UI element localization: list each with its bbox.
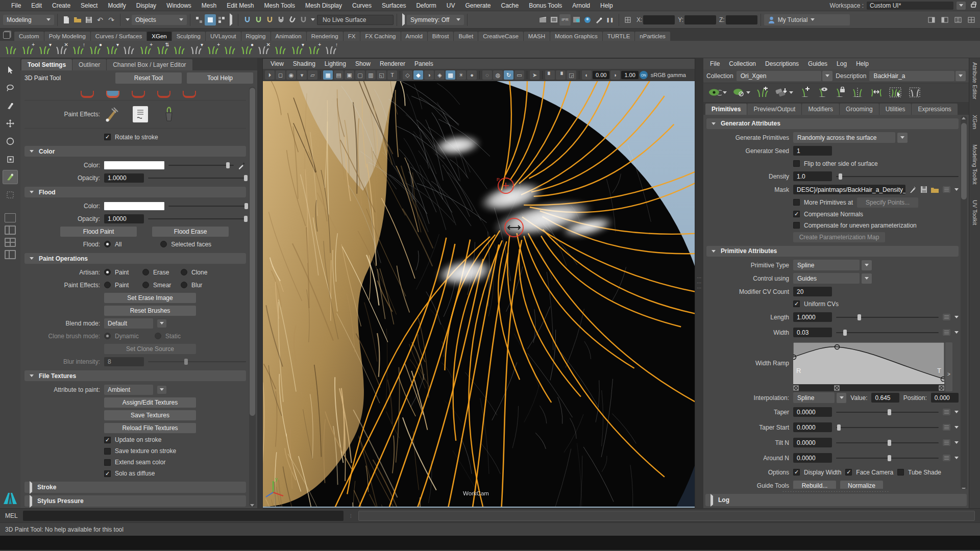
open-scene-icon[interactable] [72, 14, 83, 26]
xgen-shelf-icon-20[interactable]: ↑ [324, 43, 337, 56]
selection-mask-arrow[interactable] [126, 18, 130, 21]
lasso-tool-icon[interactable] [3, 81, 17, 94]
dock-tab-attribute-editor[interactable]: Attribute Editor [972, 62, 978, 99]
pe-paint-radio[interactable] [104, 282, 111, 288]
shelf-tab-creativecase[interactable]: CreativeCase [478, 32, 523, 41]
viewport-menu-panels[interactable]: Panels [410, 60, 438, 67]
ipr-render-icon[interactable]: IPR [559, 14, 571, 26]
color-opacity-input[interactable]: 1.0000 [104, 173, 144, 183]
xgen-menu-descriptions[interactable]: Descriptions [761, 60, 803, 67]
dock-tab-xgen[interactable]: XGen [972, 115, 978, 129]
menu-edit-mesh[interactable]: Edit Mesh [222, 2, 259, 9]
shelf-tab-nparticles[interactable]: nParticles [635, 32, 670, 41]
attribute-to-paint-arrow[interactable] [157, 386, 166, 394]
preview-clear-icon[interactable] [733, 88, 750, 96]
generate-primitives-select[interactable]: Randomly across the surface [793, 132, 895, 143]
solo-as-diffuse-checkbox[interactable]: ✓ [104, 470, 111, 477]
width-options-arrow[interactable] [954, 331, 959, 334]
control-using-select[interactable]: Guides [793, 273, 860, 284]
xgen-shelf-icon-10[interactable]: ⇅ [156, 43, 169, 56]
snap-view-plane-icon[interactable] [286, 14, 298, 26]
xgen-scrollbar[interactable] [961, 116, 967, 489]
paint-effects-panel-icon[interactable] [593, 14, 604, 26]
tab-preview-output[interactable]: Preview/Output [747, 104, 801, 115]
flood-paint-button[interactable]: Flood Paint [60, 227, 137, 237]
exposure-value[interactable]: 0.00 [593, 71, 609, 79]
xgen-shelf-icon-16[interactable]: ✕ [257, 43, 270, 56]
primitive-attributes-header[interactable]: Primitive Attributes [706, 246, 959, 257]
flood-section-header[interactable]: Flood [24, 187, 246, 197]
shelf-tab-turtle[interactable]: TURTLE [603, 32, 635, 41]
absolute-transform-icon[interactable] [622, 14, 633, 26]
xgen-menu-file[interactable]: File [705, 60, 724, 67]
xgen-shelf-icon-9[interactable]: + [139, 43, 152, 56]
add-guide-icon[interactable] [799, 87, 811, 98]
textured-icon[interactable]: ◑ [424, 70, 434, 80]
wireframe-on-shaded-icon[interactable]: ▩ [446, 70, 455, 80]
select-camera-icon[interactable]: ⏵ [265, 70, 275, 80]
current-tool-3d-paint-icon[interactable] [3, 170, 17, 184]
make-live-icon[interactable] [298, 14, 309, 26]
log-section-collapsed[interactable]: Log [705, 494, 967, 506]
shelf-tab-motion-graphics[interactable]: Motion Graphics [550, 32, 602, 41]
compensate-uneven-checkbox[interactable] [793, 222, 800, 229]
gate-mask-icon[interactable]: ▢ [355, 70, 365, 80]
panel-tearoff-icon[interactable]: ◲ [567, 70, 576, 80]
layout-two-pane-button[interactable] [5, 226, 16, 235]
xgen-shelf-icon-4[interactable]: ✕ [55, 43, 68, 56]
xgen-shelf-icon-14[interactable] [223, 43, 236, 56]
menu-set-select[interactable]: Modeling [3, 15, 54, 25]
mask-paint-icon[interactable] [910, 186, 917, 193]
tool-settings-scrollbar[interactable] [249, 87, 256, 507]
move-tool-icon[interactable] [3, 117, 17, 130]
xgen-shelf-icon-13[interactable]: + [206, 43, 219, 56]
around-n-slider[interactable] [836, 455, 939, 462]
collection-arrow[interactable] [822, 71, 832, 81]
shadows-icon[interactable]: ● [467, 70, 477, 80]
xgen-shelf-icon-7[interactable]: ▾ [105, 43, 118, 56]
xgen-shelf-icon-11[interactable] [173, 43, 186, 56]
save-textures-button[interactable]: Save Textures [104, 410, 196, 420]
convert-selection-icon[interactable] [909, 87, 921, 98]
select-tool-icon[interactable] [3, 63, 17, 77]
menu-help[interactable]: Help [595, 2, 618, 9]
shelf-menu-icon[interactable] [3, 32, 10, 39]
menu-deform[interactable]: Deform [411, 2, 441, 9]
length-expression-icon[interactable] [943, 314, 950, 320]
hypershade-icon[interactable] [582, 14, 593, 26]
tab-outliner[interactable]: Outliner [72, 59, 106, 70]
around-n-expression-icon[interactable] [943, 455, 950, 461]
pause-viewport-icon[interactable]: ❚❚ [604, 14, 616, 26]
pe-brush-icon[interactable] [104, 106, 119, 122]
uniform-cvs-checkbox[interactable]: ✓ [793, 300, 800, 307]
select-guides-icon[interactable] [889, 87, 902, 98]
shelf-tab-rendering[interactable]: Rendering [307, 32, 343, 41]
pe-magic-bucket-icon[interactable] [161, 106, 177, 122]
file-textures-header[interactable]: File Textures [24, 370, 246, 381]
mask-options-arrow[interactable] [954, 188, 959, 191]
viewport-menu-view[interactable]: View [266, 60, 288, 67]
pe-preset-icon[interactable] [133, 106, 148, 122]
xray-icon[interactable]: ◌ [482, 70, 492, 80]
ramp-position-input[interactable]: 0.000 [931, 393, 959, 403]
redo-icon[interactable]: ↷ [106, 14, 117, 26]
shelf-tab-poly-modeling[interactable]: Poly Modeling [44, 32, 90, 41]
dock-tab-uv-toolkit[interactable]: UV Toolkit [972, 200, 978, 225]
shelf-tab-bifrost[interactable]: Bifrost [428, 32, 454, 41]
tilt-n-options-arrow[interactable] [954, 441, 959, 444]
control-using-arrow[interactable] [862, 273, 872, 284]
menu-windows[interactable]: Windows [161, 2, 197, 9]
tube-shade-checkbox[interactable] [897, 469, 904, 475]
render-view-icon[interactable] [537, 14, 548, 26]
xgen-shelf-icon-6[interactable]: ● [88, 43, 102, 56]
lock-camera-icon[interactable]: ◻ [276, 70, 285, 80]
preview-refresh-icon[interactable] [708, 88, 727, 97]
around-n-input[interactable]: 0.0000 [793, 453, 832, 463]
snap-curve-icon[interactable] [253, 14, 264, 26]
pe-smear-radio[interactable] [142, 282, 149, 288]
tab-grooming[interactable]: Grooming [840, 104, 879, 115]
face-camera-checkbox[interactable]: ✓ [845, 469, 852, 475]
xgen-menu-log[interactable]: Log [832, 60, 851, 67]
extend-seam-color-checkbox[interactable] [104, 459, 111, 466]
width-expression-icon[interactable] [943, 329, 950, 336]
